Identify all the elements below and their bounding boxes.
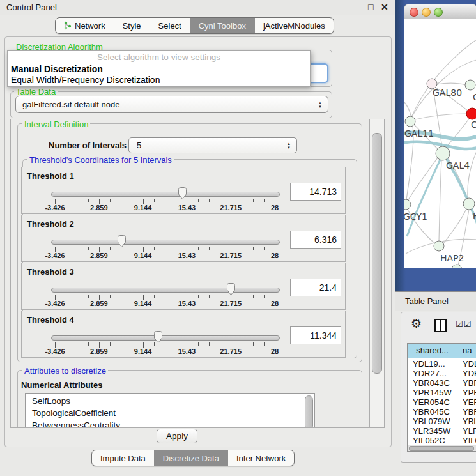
tab-discretize-data[interactable]: Discretize Data — [154, 450, 227, 466]
network-edge[interactable] — [415, 114, 466, 119]
table-hscrollbar-thumb[interactable] — [409, 446, 474, 451]
tab-style[interactable]: Style — [114, 18, 150, 33]
cell-name[interactable]: YDL1 — [463, 359, 476, 369]
tab-infer-network[interactable]: Infer Network — [227, 450, 294, 466]
attribute-item-topologicalcoefficient[interactable]: TopologicalCoefficient — [26, 407, 314, 419]
select-columns-checkboxes-icon[interactable]: ☑☑ — [456, 319, 472, 329]
table-data-combobox[interactable]: galFiltered.sif default node ▲▼ — [15, 96, 328, 113]
network-edge[interactable] — [439, 160, 441, 241]
cell-name[interactable]: YLR3 — [463, 426, 476, 436]
main-scrollbar-track[interactable] — [369, 119, 384, 427]
spinner-arrows-icon[interactable]: ▲▼ — [287, 142, 291, 150]
cell-name[interactable]: YIL0 — [463, 436, 476, 445]
cell-shared-name[interactable]: YDR27... — [413, 369, 447, 378]
main-scrollbar-thumb[interactable] — [372, 133, 382, 374]
slider-handle[interactable] — [226, 283, 236, 298]
threshold-value-field[interactable]: 14.713 — [290, 183, 341, 201]
network-node-g[interactable] — [465, 80, 475, 90]
network-edge[interactable] — [468, 151, 476, 198]
interval-definition-label: Interval Definition — [22, 119, 90, 129]
slider-track[interactable] — [51, 192, 280, 197]
cell-shared-name[interactable]: YIL052C — [413, 436, 445, 445]
network-node-gcy1[interactable] — [404, 199, 411, 210]
table-row[interactable]: YDR27...YDR2 — [408, 369, 476, 378]
cell-shared-name[interactable]: YBR045C — [413, 407, 450, 417]
gear-icon[interactable]: ⚙ — [411, 318, 422, 330]
table-header-name[interactable]: na — [457, 344, 476, 358]
cell-shared-name[interactable]: YBL079W — [413, 417, 450, 426]
network-edge[interactable] — [408, 158, 438, 200]
cell-shared-name[interactable]: YLR345W — [413, 426, 450, 436]
table-row[interactable]: YIL052CYIL0 — [408, 436, 476, 445]
cell-name[interactable]: YBL0 — [463, 417, 476, 426]
slider-tick — [66, 295, 66, 298]
apply-button[interactable]: Apply — [157, 429, 197, 443]
network-edge[interactable] — [446, 119, 469, 148]
close-traffic-light-icon[interactable] — [410, 8, 418, 17]
tab-label: jActiveMNodules — [263, 21, 325, 31]
table-header-shared-name[interactable]: shared... — [408, 344, 457, 358]
slider-track[interactable] — [51, 335, 280, 341]
table-row[interactable]: YBR043CYBR0 — [408, 378, 476, 388]
cell-shared-name[interactable]: YER054C — [413, 397, 450, 407]
list-scrollbar-thumb[interactable] — [305, 395, 313, 428]
dropdown-option-equal-width[interactable]: Equal Width/Frequency Discretization — [11, 75, 160, 85]
tab-network[interactable]: Network — [56, 18, 114, 33]
cell-shared-name[interactable]: YPR145W — [413, 388, 452, 397]
network-edge[interactable] — [443, 209, 466, 243]
slider-scale-label: 28 — [271, 252, 279, 259]
tab-cyni-toolbox[interactable]: Cyni Toolbox — [190, 18, 254, 33]
zoom-traffic-light-icon[interactable] — [434, 8, 443, 17]
columns-icon[interactable] — [434, 319, 447, 332]
cell-name[interactable]: YPR1 — [463, 388, 476, 397]
slider-scale-label: 28 — [271, 300, 279, 307]
cell-shared-name[interactable]: YBR043C — [413, 378, 450, 388]
network-edge[interactable] — [436, 83, 466, 85]
threshold-panel-1: Threshold 1-3.4262.8599.14415.4321.71528… — [21, 167, 346, 214]
network-node-c[interactable] — [466, 108, 476, 119]
table-row[interactable]: YDL19...YDL1 — [408, 359, 476, 369]
slider-handle[interactable] — [153, 331, 164, 346]
network-node[interactable] — [452, 265, 462, 268]
attribute-item-selfloops[interactable]: SelfLoops — [26, 395, 314, 407]
network-node-gal4[interactable] — [436, 146, 450, 160]
table-row[interactable]: YPR145WYPR1 — [408, 388, 476, 397]
network-edge[interactable] — [435, 40, 476, 79]
num-intervals-spinner[interactable]: 5 ▲▼ — [128, 137, 297, 153]
slider-tick — [110, 199, 111, 202]
slider-track[interactable] — [51, 288, 280, 293]
network-edge-highlighted[interactable] — [407, 160, 440, 236]
network-node-hap2[interactable] — [434, 241, 444, 251]
slider-handle[interactable] — [177, 187, 188, 203]
cell-name[interactable]: YBR0 — [463, 407, 476, 417]
cell-name[interactable]: YBR0 — [463, 378, 476, 388]
tab-impute-data[interactable]: Impute Data — [92, 450, 154, 466]
cell-name[interactable]: YER0 — [463, 397, 476, 407]
table-row[interactable]: YLR345WYLR3 — [408, 426, 476, 436]
network-window-titlebar[interactable] — [404, 4, 476, 19]
table-hscrollbar-track[interactable] — [408, 445, 476, 452]
threshold-value-field[interactable]: 11.344 — [290, 326, 341, 344]
close-window-icon[interactable]: ✕ — [381, 2, 388, 12]
slider-track[interactable] — [51, 240, 280, 245]
threshold-value-field[interactable]: 6.316 — [290, 231, 341, 249]
cell-name[interactable]: YDR2 — [463, 369, 476, 378]
table-row[interactable]: YER054CYER0 — [408, 397, 476, 407]
minimize-traffic-light-icon[interactable] — [422, 8, 431, 17]
float-window-icon[interactable]: □ — [368, 2, 373, 12]
dropdown-option-manual[interactable]: Manual Discretization — [11, 64, 103, 74]
cell-shared-name[interactable]: YDL19... — [413, 359, 445, 369]
tab-jactivemnodules[interactable]: jActiveMNodules — [254, 18, 334, 33]
slider-tick — [77, 199, 77, 202]
slider-tick — [187, 247, 187, 252]
table-row[interactable]: YBL079WYBL0 — [408, 417, 476, 426]
slider-tick — [77, 295, 77, 298]
network-node-h[interactable] — [463, 198, 475, 210]
table-row[interactable]: YBR045CYBR0 — [408, 407, 476, 417]
network-node-gal11[interactable] — [405, 116, 415, 127]
tab-select[interactable]: Select — [150, 18, 190, 33]
attribute-item-betweennesscentrality[interactable]: BetweennessCentrality — [26, 419, 314, 428]
network-canvas[interactable]: GAL80GCGAL11GAL4GCY1HHAP2 — [404, 19, 476, 268]
threshold-value-field[interactable]: 21.4 — [290, 279, 341, 296]
slider-handle[interactable] — [116, 235, 127, 250]
